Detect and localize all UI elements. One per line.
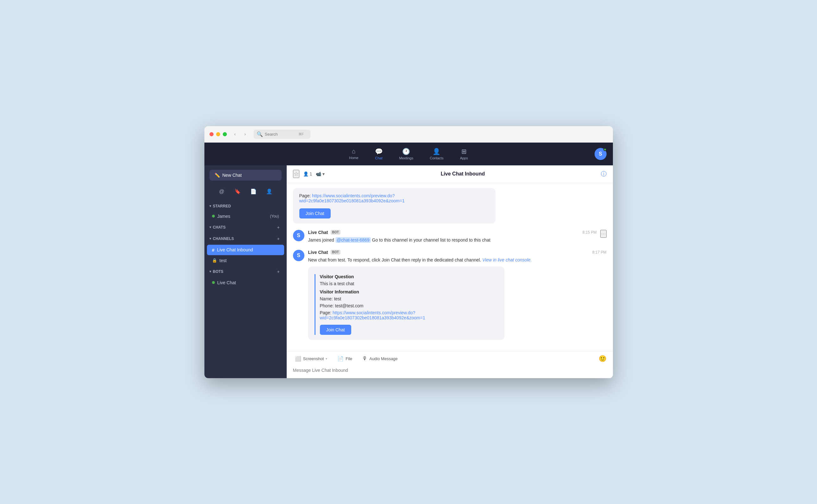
nav-item-chat[interactable]: 💬 Chat [372,146,386,162]
sidebar-item-test[interactable]: 🔒 test [207,255,284,266]
chat-label: Chat [375,156,382,160]
bot-message-header-2: Live Chat BOT 8:15 PM [308,230,597,235]
nav-item-meetings[interactable]: 🕐 Meetings [396,146,417,162]
new-chat-button[interactable]: ✏️ New Chat [210,170,282,181]
new-chat-icon: ✏️ [215,173,220,178]
page-label-1: Page: https://www.socialintents.com/prev… [299,193,489,203]
chats-add-button[interactable]: + [275,224,282,230]
bots-section-label: BOTS [213,269,224,274]
screenshot-button[interactable]: ⬜ Screenshot ▾ [293,354,329,363]
bots-add-button[interactable]: + [275,268,282,275]
sidebar-item-live-chat-bot[interactable]: Live Chat [207,278,284,288]
lock-icon: 🔒 [212,258,217,263]
james-online-dot [212,215,215,218]
meetings-label: Meetings [399,156,414,160]
msg-text-after-2: Go to this channel in your channel list … [371,237,490,243]
new-chat-label: New Chat [223,173,242,178]
sidebar-quick-icons: @ 🔖 📄 👤 [205,184,287,201]
minimize-button[interactable] [216,132,220,136]
document-icon-btn[interactable]: 📄 [248,186,259,197]
info-button[interactable]: ⓘ [601,170,606,178]
nav-item-apps[interactable]: ⊞ Apps [457,146,471,162]
test-channel-label: test [220,258,279,263]
msg-mention-2: @chat-test-6869 [335,237,371,243]
person-icon-btn[interactable]: 👤 [264,186,275,197]
bot-badge-3: BOT [331,250,341,255]
nav-items: ⌂ Home 💬 Chat 🕐 Meetings 👤 Contacts ⊞ Ap… [346,146,471,162]
audio-button[interactable]: 🎙 Audio Message [360,354,400,363]
video-call-button[interactable]: 📹 ▾ [316,171,325,176]
starred-arrow-icon: ▾ [210,204,211,208]
page-url-link-1[interactable]: https://www.socialintents.com/preview.do… [299,193,405,203]
screenshot-icon: ⬜ [295,356,301,362]
sidebar-item-james[interactable]: James (You) [207,211,284,221]
nav-item-home[interactable]: ⌂ Home [346,146,361,162]
section-chats-header[interactable]: ▾ CHATS + [205,222,287,233]
bot-message-header-3: Live Chat BOT 8:17 PM [308,250,606,255]
starred-section-label: STARRED [213,204,231,208]
title-bar: ‹ › 🔍 ⌘F [205,126,613,143]
nav-item-contacts[interactable]: 👤 Contacts [427,146,446,162]
bot-avatar-3: S [293,250,304,261]
visitor-phone-3: Phone: test@test.com [320,303,498,308]
section-starred-header[interactable]: ▾ STARRED [205,201,287,211]
sidebar-item-live-chat-inbound[interactable]: # Live Chat Inbound [207,245,284,255]
bot-name-3: Live Chat [308,250,328,255]
chat-title: Live Chat Inbound [325,171,600,177]
close-button[interactable] [210,132,214,136]
app-avatar[interactable]: S [594,148,606,160]
james-label: James [218,214,268,219]
search-shortcut: ⌘F [298,132,304,136]
search-icon: 🔍 [257,131,263,137]
view-link-3[interactable]: View in live chat console. [482,257,531,262]
file-icon: 📄 [337,356,344,362]
home-icon: ⌂ [352,148,356,155]
message-more-button-2[interactable]: ··· [600,230,606,238]
bot-header-left-2: Live Chat BOT [308,230,341,235]
search-input[interactable] [265,132,297,137]
bots-arrow-icon: ▾ [210,270,211,273]
bookmark-icon-btn[interactable]: 🔖 [232,186,243,197]
chats-section-label: CHATS [213,225,226,230]
forward-arrow[interactable]: › [241,130,250,138]
join-chat-button-3[interactable]: Join Chat [320,325,351,335]
channel-hash-icon: # [212,247,215,253]
message-card-1: Page: https://www.socialintents.com/prev… [293,188,495,224]
message-text-2: James joined @chat-test-6869 Go to this … [308,237,597,243]
search-bar[interactable]: 🔍 ⌘F [254,130,310,139]
maximize-button[interactable] [223,132,227,136]
mention-icon-btn[interactable]: @ [217,186,227,197]
section-bots: ▾ BOTS + Live Chat [205,266,287,288]
message-input[interactable] [293,368,606,373]
channels-add-button[interactable]: + [275,236,282,242]
apps-icon: ⊞ [461,148,467,155]
msg-time-2: 8:15 PM [582,230,597,235]
user-count-button[interactable]: 👤 1 [303,171,312,176]
section-bots-header[interactable]: ▾ BOTS + [205,266,287,277]
bot-message-content-3: Live Chat BOT 8:17 PM New chat from test… [308,250,606,340]
visitor-info-label-3: Visitor Information [320,289,498,294]
live-chat-bot-dot [212,281,215,284]
chat-header: ☆ 👤 1 📹 ▾ Live Chat Inbound ⓘ [287,165,613,183]
user-count: 1 [310,171,312,176]
section-channels-header[interactable]: ▾ CHANNELS + [205,233,287,244]
file-label: File [346,356,352,361]
main-layout: ✏️ New Chat @ 🔖 📄 👤 ▾ STARRED James (You… [205,165,613,378]
sidebar: ✏️ New Chat @ 🔖 📄 👤 ▾ STARRED James (You… [205,165,287,378]
channels-section-label: CHANNELS [213,237,234,241]
emoji-button[interactable]: 🙂 [599,355,606,362]
info-card-3: Visitor Question This is a test chat Vis… [308,267,504,340]
star-button[interactable]: ☆ [293,170,299,178]
bot-message-body-2: S Live Chat BOT 8:15 PM James joined @ch [293,230,606,243]
screenshot-dropdown-icon: ▾ [326,357,327,360]
bot-header-left-3: Live Chat BOT [308,250,341,255]
join-chat-button-1[interactable]: Join Chat [299,208,331,218]
section-chats: ▾ CHATS + [205,222,287,233]
nav-arrows: ‹ › [231,130,250,138]
back-arrow[interactable]: ‹ [231,130,240,138]
bot-badge-2: BOT [331,230,341,235]
page-link-3[interactable]: https://www.socialintents.com/preview.do… [320,310,425,320]
file-button[interactable]: 📄 File [335,354,354,363]
avatar-letter: S [599,151,602,157]
chat-area: ☆ 👤 1 📹 ▾ Live Chat Inbound ⓘ [287,165,613,378]
